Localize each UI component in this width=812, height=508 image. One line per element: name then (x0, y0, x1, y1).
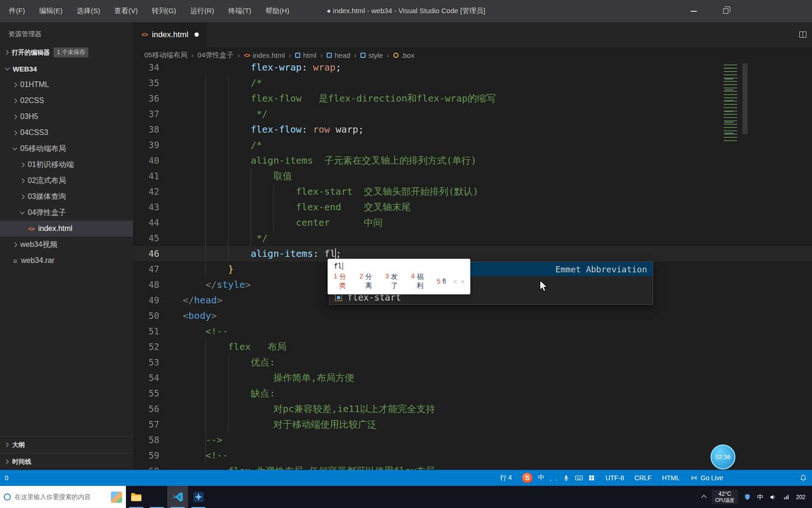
tree-item[interactable]: 02CSS (0, 93, 133, 109)
notifications-bell-button[interactable] (799, 474, 807, 482)
code-line[interactable]: 42 flex-start 交叉轴头部开始排列(默认) (133, 184, 812, 199)
taskbar-clock[interactable]: 202 (796, 494, 812, 500)
menu-item[interactable]: 件(F) (2, 0, 32, 22)
code-line[interactable]: 45 */ (133, 230, 812, 246)
code-line[interactable]: 55 缺点: (133, 386, 812, 401)
minimize-icon (691, 11, 697, 12)
code-line[interactable]: 38 flex-flow: row warp; (133, 122, 812, 137)
code-line[interactable]: 40 align-items 子元素在交叉轴上的排列方式(单行) (133, 153, 812, 168)
menu-item[interactable]: 编辑(E) (32, 0, 70, 22)
code-line[interactable]: 51 <!-- (133, 324, 812, 339)
cpu-temp-widget[interactable]: 42°C CPU温度 (712, 490, 738, 504)
code-line[interactable]: 52 flex 布局 (133, 339, 812, 355)
menu-item[interactable]: 运行(R) (183, 0, 221, 22)
menu-item[interactable]: 选择(S) (70, 0, 107, 22)
code-token: /* (251, 77, 262, 88)
ime-candidate[interactable]: 1分类 (334, 272, 352, 290)
go-live-button[interactable]: Go Live (690, 474, 723, 482)
breadcrumb-item[interactable]: head (327, 51, 350, 59)
ime-cn-mode-icon[interactable] (538, 474, 544, 482)
code-line[interactable]: 46 align-items: fl; (133, 246, 812, 262)
sidebar-section-timeline[interactable]: 时间线 (0, 453, 133, 470)
ime-candidate[interactable]: 3发了 (385, 272, 404, 290)
ime-punctuation-icon[interactable] (549, 474, 558, 482)
ime-next-page[interactable]: > (461, 278, 464, 285)
eol-indicator[interactable]: CRLF (634, 474, 652, 482)
code-line[interactable]: 60 flex 为弹性布局,任何容器都可以使用flex布局 (133, 463, 812, 470)
taskbar-app-vscode[interactable] (167, 486, 188, 508)
breadcrumb-item[interactable]: 04弹性盒子 (197, 51, 234, 60)
tree-item[interactable]: 04CSS3 (0, 125, 133, 141)
code-line[interactable]: 34 flex-wrap: wrap; (133, 64, 812, 75)
tree-item[interactable]: 04弹性盒子 (0, 205, 133, 221)
code-text: </style> (167, 277, 251, 293)
code-line[interactable]: 41 取值 (133, 168, 812, 184)
minimap[interactable] (724, 64, 741, 143)
code-line[interactable]: 56 对pc兼容较差,ie11以上才能完全支持 (133, 401, 812, 417)
code-line[interactable]: 57 对于移动端使用比较广泛 (133, 417, 812, 432)
ime-prev-page[interactable]: < (453, 278, 457, 285)
news-widget-icon[interactable] (111, 492, 122, 503)
language-indicator[interactable]: HTML (662, 474, 680, 482)
restore-button[interactable] (710, 0, 742, 22)
tree-item[interactable]: 01初识移动端 (0, 157, 133, 173)
tree-item[interactable]: WEB34 (0, 61, 133, 77)
code-line[interactable]: 50<body> (133, 308, 812, 324)
code-line[interactable]: 44 center 中间 (133, 215, 812, 230)
code-line[interactable]: 53 优点: (133, 355, 812, 370)
network-icon[interactable] (783, 493, 790, 500)
keyboard-icon[interactable] (575, 474, 583, 482)
tree-item[interactable]: 05移动端布局 (0, 141, 133, 157)
code-line[interactable]: 35 /* (133, 75, 812, 91)
security-shield-icon[interactable] (744, 493, 751, 500)
recording-timer-badge[interactable]: 02:36 (710, 444, 735, 469)
code-line[interactable]: 43 flex-end 交叉轴末尾 (133, 199, 812, 215)
breadcrumb-item[interactable]: .box (393, 51, 414, 59)
taskbar-app-file-explorer[interactable] (126, 486, 147, 508)
microphone-icon[interactable] (563, 475, 570, 482)
menu-item[interactable]: 终端(T) (221, 0, 258, 22)
code-text: flex-start 交叉轴头部开始排列(默认) (167, 184, 478, 199)
tree-item[interactable]: 02流式布局 (0, 173, 133, 189)
ime-candidate[interactable]: 2分离 (359, 272, 378, 290)
taskbar-search-input[interactable] (15, 493, 107, 500)
unsaved-dot-icon[interactable] (195, 32, 199, 37)
code-line[interactable]: 39 /* (133, 137, 812, 153)
tree-item[interactable]: web34视频 (0, 237, 133, 253)
minimize-button[interactable] (678, 0, 710, 22)
menu-item[interactable]: 查看(V) (107, 0, 145, 22)
encoding-indicator[interactable]: UTF-8 (605, 474, 624, 482)
sogou-logo-icon[interactable] (522, 473, 532, 483)
tree-item[interactable]: 03H5 (0, 109, 133, 125)
toolbox-grid-icon[interactable] (588, 475, 595, 481)
menu-item[interactable]: 帮助(H) (258, 0, 297, 22)
breadcrumb-item[interactable]: style (360, 51, 383, 59)
ime-candidate[interactable]: 5fl (437, 278, 446, 285)
hidden-icons-chevron[interactable] (701, 495, 706, 500)
code-line[interactable]: 54 操作简单,布局方便 (133, 370, 812, 386)
editor-scrollbar[interactable] (742, 64, 748, 134)
status-left-count[interactable]: 0 (5, 474, 8, 482)
tree-item[interactable]: 01HTML (0, 77, 133, 93)
code-line[interactable]: 58 --> (133, 432, 812, 448)
code-line[interactable]: 37 */ (133, 106, 812, 122)
tree-item[interactable]: 03媒体查询 (0, 189, 133, 205)
tray-ime-language-icon[interactable] (757, 492, 763, 501)
tree-item[interactable]: index.html (0, 221, 133, 237)
breadcrumb-item[interactable]: index.html (244, 51, 285, 59)
breadcrumb-item[interactable]: html (295, 51, 316, 59)
taskbar-search-box[interactable] (0, 486, 126, 508)
tab-index-html[interactable]: index.html (133, 22, 207, 47)
open-editors-section[interactable]: 打开的编辑器 1 个未保存 (0, 44, 133, 61)
volume-icon[interactable] (769, 493, 777, 501)
ime-candidate[interactable]: 4福利 (411, 272, 429, 290)
tree-item[interactable]: web34.rar (0, 253, 133, 269)
sidebar-section-outline[interactable]: 大纲 (0, 436, 133, 453)
breadcrumb-item[interactable]: 05移动端布局 (144, 51, 187, 60)
split-editor-icon[interactable] (799, 32, 806, 38)
line-col-indicator[interactable]: 行 4 (500, 474, 512, 482)
taskbar-app-star-app[interactable] (188, 486, 209, 508)
code-line[interactable]: 36 flex-flow 是flex-direction和flex-wrap的缩… (133, 91, 812, 106)
taskbar-app-chrome[interactable] (147, 486, 167, 508)
menu-item[interactable]: 转到(G) (145, 0, 183, 22)
